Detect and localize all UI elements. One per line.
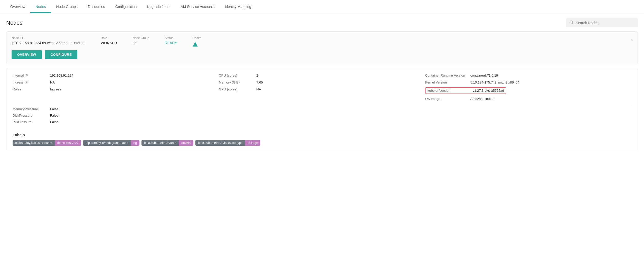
tab-identity-mapping[interactable]: Identity Mapping [220,0,257,13]
overview-button[interactable]: OVERVIEW [12,50,42,59]
kubelet-highlight-box: kubelet Version v1.27.3-eks-a5565ad [425,87,506,94]
detail-row-internal-ip: Internal IP 192.168.91.124 [13,73,219,77]
node-details-card: Internal IP 192.168.91.124 Ingress IP NA… [6,68,638,151]
tab-node-groups[interactable]: Node Groups [51,0,83,13]
tab-upgrade-jobs[interactable]: Upgrade Jobs [142,0,174,13]
node-fields-row: Node ID ip-192-168-91-124.us-west-2.comp… [12,36,201,47]
detail-row-os-image: OS Image Amazon Linux 2 [425,97,631,101]
node-card: Node ID ip-192-168-91-124.us-west-2.comp… [6,31,638,64]
detail-row-gpu: GPU (cores) NA [219,87,425,91]
detail-row-roles: Roles Ingress [13,87,219,91]
node-card-actions: OVERVIEW CONFIGURE [6,50,638,64]
page-title: Nodes [6,20,23,26]
configure-button[interactable]: CONFIGURE [45,50,78,59]
tab-nodes[interactable]: Nodes [30,0,51,13]
conditions-section: MemoryPressure False DiskPressure False … [6,106,638,131]
tab-configuration[interactable]: Configuration [110,0,142,13]
detail-row-cpu: CPU (cores) 2 [219,73,425,77]
condition-memory-pressure: MemoryPressure False [13,107,631,111]
detail-col-3: Container Runtime Version containerd://1… [425,73,631,104]
labels-list: alpha.rafay.io/cluster-name demo-eks-v12… [13,140,631,146]
page-header: Nodes [0,13,644,31]
detail-row-kernel-version: Kernel Version 5.10.184-175.749.amzn2.x8… [425,80,631,84]
detail-row-ingress-ip: Ingress IP NA [13,80,219,84]
search-box [566,18,638,27]
condition-pid-pressure: PIDPressure False [13,120,631,124]
labels-section: Labels alpha.rafay.io/cluster-name demo-… [6,131,638,151]
detail-row-memory: Memory (GiB) 7.65 [219,80,425,84]
labels-title: Labels [13,133,631,137]
label-badge-0: alpha.rafay.io/cluster-name demo-eks-v12… [13,140,81,146]
label-badge-1: alpha.rafay.io/nodegroup-name ng [83,140,139,146]
node-status-field: Status READY [165,36,177,45]
node-role-field: Role WORKER [101,36,117,45]
tab-resources[interactable]: Resources [83,0,110,13]
search-input[interactable] [576,21,634,25]
svg-line-1 [572,23,573,24]
detail-col-1: Internal IP 192.168.91.124 Ingress IP NA… [13,73,219,104]
node-card-header: Node ID ip-192-168-91-124.us-west-2.comp… [6,32,638,50]
detail-row-container-runtime: Container Runtime Version containerd://1… [425,73,631,77]
node-group-field: Node Group ng [132,36,149,45]
condition-disk-pressure: DiskPressure False [13,114,631,117]
tab-iam-service-accounts[interactable]: IAM Service Accounts [174,0,220,13]
detail-row-kubelet-version: kubelet Version v1.27.3-eks-a5565ad [425,87,631,94]
node-health-field: Health [193,36,202,47]
search-icon [570,20,574,25]
node-id-field: Node ID ip-192-168-91-124.us-west-2.comp… [12,36,85,45]
label-badge-2: beta.kubernetes.io/arch amd64 [141,140,193,146]
tab-overview[interactable]: Overview [5,0,30,13]
tabs-bar: Overview Nodes Node Groups Resources Con… [0,0,644,13]
detail-col-2: CPU (cores) 2 Memory (GiB) 7.65 GPU (cor… [219,73,425,104]
collapse-button[interactable]: ⌃ [630,39,633,43]
health-up-icon [193,42,198,47]
node-details-grid: Internal IP 192.168.91.124 Ingress IP NA… [6,68,638,106]
label-badge-3: beta.kubernetes.io/instance-type t3.larg… [195,140,260,146]
